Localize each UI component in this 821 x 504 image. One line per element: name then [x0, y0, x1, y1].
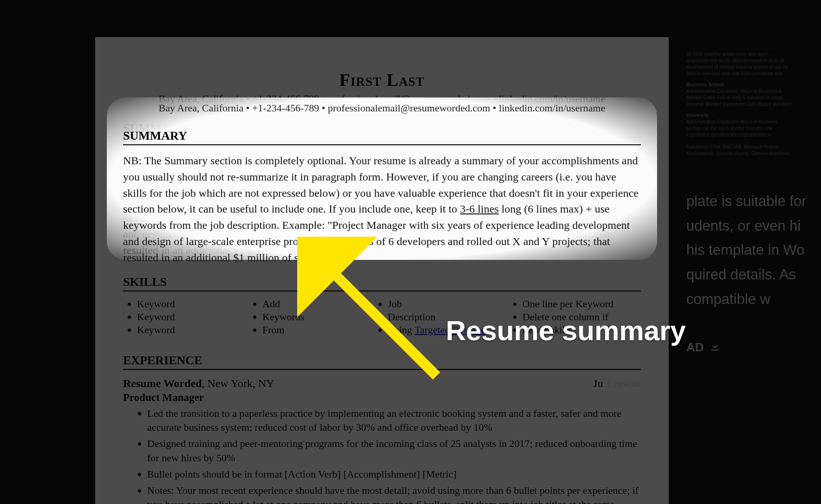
- modal-backdrop: [0, 0, 821, 504]
- annotation-label: Resume summary: [446, 315, 686, 347]
